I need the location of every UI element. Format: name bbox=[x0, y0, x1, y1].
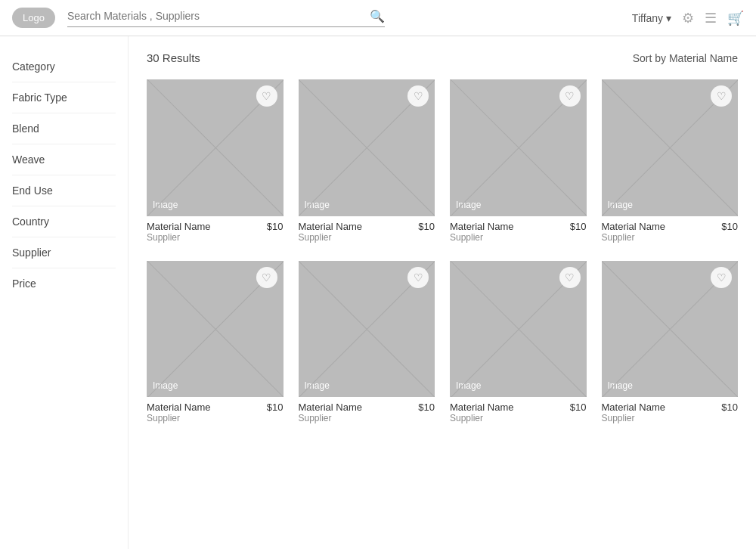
product-grid: ♡ Image Material Name $10 Supplier ♡ Ima… bbox=[147, 79, 738, 426]
product-image: ♡ Image bbox=[450, 261, 587, 398]
product-supplier: Supplier bbox=[147, 232, 284, 243]
sidebar-item-country[interactable]: Country bbox=[12, 206, 116, 237]
main-layout: CategoryFabric TypeBlendWeaveEnd UseCoun… bbox=[0, 36, 756, 549]
sidebar: CategoryFabric TypeBlendWeaveEnd UseCoun… bbox=[0, 36, 129, 549]
product-price: $10 bbox=[418, 402, 435, 413]
search-input[interactable] bbox=[67, 10, 370, 22]
product-info: Material Name $10 Supplier bbox=[147, 397, 284, 426]
sidebar-item-category[interactable]: Category bbox=[12, 51, 116, 82]
product-name: Material Name bbox=[299, 221, 363, 232]
favorite-button[interactable]: ♡ bbox=[256, 85, 277, 107]
favorite-button[interactable]: ♡ bbox=[711, 267, 732, 288]
product-supplier: Supplier bbox=[602, 232, 739, 243]
product-name-row: Material Name $10 bbox=[147, 402, 284, 413]
product-card[interactable]: ♡ Image Material Name $10 Supplier bbox=[299, 79, 435, 246]
logo-button[interactable]: Logo bbox=[12, 8, 55, 28]
search-container: 🔍 bbox=[67, 9, 385, 27]
product-card[interactable]: ♡ Image Material Name $10 Supplier bbox=[602, 261, 739, 427]
product-price: $10 bbox=[721, 221, 738, 232]
favorite-button[interactable]: ♡ bbox=[711, 85, 732, 107]
product-name: Material Name bbox=[602, 221, 666, 232]
product-name-row: Material Name $10 bbox=[299, 221, 435, 232]
product-supplier: Supplier bbox=[299, 413, 435, 423]
product-supplier: Supplier bbox=[450, 413, 587, 423]
product-name: Material Name bbox=[450, 402, 514, 413]
sidebar-item-end-use[interactable]: End Use bbox=[12, 175, 116, 206]
product-price: $10 bbox=[570, 402, 587, 413]
product-name-row: Material Name $10 bbox=[147, 221, 284, 232]
product-name-row: Material Name $10 bbox=[602, 221, 739, 232]
image-label: Image bbox=[305, 200, 330, 210]
sidebar-item-price[interactable]: Price bbox=[12, 268, 116, 299]
settings-icon[interactable]: ⚙ bbox=[682, 10, 694, 26]
product-image: ♡ Image bbox=[602, 79, 739, 216]
content-header: 30 Results Sort by Material Name bbox=[147, 51, 738, 64]
favorite-button[interactable]: ♡ bbox=[559, 267, 581, 288]
cart-icon[interactable]: 🛒 bbox=[727, 10, 744, 26]
image-label: Image bbox=[456, 380, 481, 391]
product-name-row: Material Name $10 bbox=[450, 402, 587, 413]
product-name: Material Name bbox=[147, 221, 211, 232]
product-image: ♡ Image bbox=[450, 79, 587, 216]
image-label: Image bbox=[608, 200, 633, 210]
user-menu[interactable]: Tiffany ▾ bbox=[632, 12, 671, 24]
product-name: Material Name bbox=[450, 221, 514, 232]
sidebar-item-supplier[interactable]: Supplier bbox=[12, 237, 116, 268]
product-info: Material Name $10 Supplier bbox=[602, 216, 739, 246]
product-price: $10 bbox=[418, 221, 435, 232]
product-supplier: Supplier bbox=[450, 232, 587, 243]
product-image: ♡ Image bbox=[147, 79, 284, 216]
product-name: Material Name bbox=[147, 402, 211, 413]
list-view-icon[interactable]: ☰ bbox=[705, 10, 717, 26]
sidebar-item-weave[interactable]: Weave bbox=[12, 144, 116, 175]
product-price: $10 bbox=[267, 402, 284, 413]
product-price: $10 bbox=[721, 402, 738, 413]
product-image: ♡ Image bbox=[602, 261, 739, 398]
product-card[interactable]: ♡ Image Material Name $10 Supplier bbox=[299, 261, 435, 427]
product-name: Material Name bbox=[299, 402, 363, 413]
product-name-row: Material Name $10 bbox=[602, 402, 739, 413]
sort-label[interactable]: Sort by Material Name bbox=[633, 52, 738, 64]
product-supplier: Supplier bbox=[602, 413, 739, 423]
product-card[interactable]: ♡ Image Material Name $10 Supplier bbox=[450, 79, 587, 246]
image-label: Image bbox=[305, 380, 330, 391]
favorite-button[interactable]: ♡ bbox=[407, 85, 429, 107]
image-label: Image bbox=[153, 380, 178, 391]
header: Logo 🔍 Tiffany ▾ ⚙ ☰ 🛒 bbox=[0, 0, 756, 36]
sidebar-item-fabric-type[interactable]: Fabric Type bbox=[12, 82, 116, 113]
favorite-button[interactable]: ♡ bbox=[256, 267, 277, 288]
favorite-button[interactable]: ♡ bbox=[559, 85, 581, 107]
search-icon[interactable]: 🔍 bbox=[370, 9, 385, 23]
product-image: ♡ Image bbox=[299, 261, 435, 398]
product-image: ♡ Image bbox=[147, 261, 284, 398]
product-info: Material Name $10 Supplier bbox=[299, 397, 435, 426]
content-area: 30 Results Sort by Material Name ♡ Image… bbox=[129, 36, 756, 549]
favorite-button[interactable]: ♡ bbox=[407, 267, 429, 288]
product-supplier: Supplier bbox=[299, 232, 435, 243]
product-info: Material Name $10 Supplier bbox=[147, 216, 284, 246]
product-price: $10 bbox=[570, 221, 587, 232]
product-name: Material Name bbox=[602, 402, 666, 413]
product-info: Material Name $10 Supplier bbox=[450, 397, 587, 426]
product-card[interactable]: ♡ Image Material Name $10 Supplier bbox=[147, 261, 284, 427]
image-label: Image bbox=[608, 380, 633, 391]
product-info: Material Name $10 Supplier bbox=[450, 216, 587, 246]
product-card[interactable]: ♡ Image Material Name $10 Supplier bbox=[450, 261, 587, 427]
sidebar-item-blend[interactable]: Blend bbox=[12, 113, 116, 144]
image-label: Image bbox=[456, 200, 481, 210]
product-info: Material Name $10 Supplier bbox=[602, 397, 739, 426]
image-label: Image bbox=[153, 200, 178, 210]
product-price: $10 bbox=[267, 221, 284, 232]
product-info: Material Name $10 Supplier bbox=[299, 216, 435, 246]
product-card[interactable]: ♡ Image Material Name $10 Supplier bbox=[147, 79, 284, 246]
product-name-row: Material Name $10 bbox=[450, 221, 587, 232]
results-count: 30 Results bbox=[147, 51, 200, 64]
product-card[interactable]: ♡ Image Material Name $10 Supplier bbox=[602, 79, 739, 246]
product-name-row: Material Name $10 bbox=[299, 402, 435, 413]
product-supplier: Supplier bbox=[147, 413, 284, 423]
product-image: ♡ Image bbox=[299, 79, 435, 216]
header-right: Tiffany ▾ ⚙ ☰ 🛒 bbox=[632, 10, 744, 26]
